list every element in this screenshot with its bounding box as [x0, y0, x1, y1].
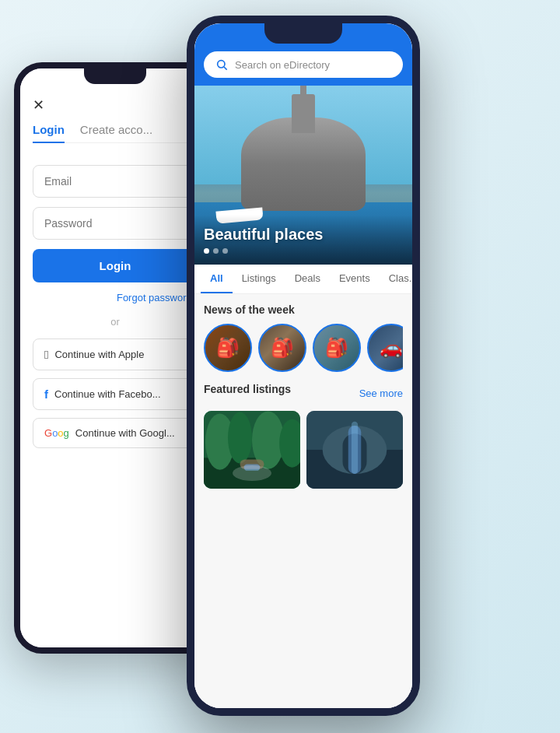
tab-create[interactable]: Create acco... [80, 123, 152, 136]
hero-dots [204, 248, 403, 254]
apple-icon:  [44, 348, 48, 361]
svg-line-1 [224, 67, 227, 70]
news-item-4-img: 🚗 [369, 325, 403, 370]
news-item-1-img: 🎒 [205, 325, 250, 370]
auth-tabs: Login Create acco... [33, 123, 198, 143]
close-icon[interactable]: ✕ [33, 96, 198, 114]
search-placeholder: Search on eDirectory [235, 59, 330, 71]
apple-login-button[interactable]:  Continue with Apple [33, 338, 198, 370]
svg-rect-15 [352, 422, 358, 474]
svg-rect-8 [240, 459, 264, 468]
password-field[interactable] [33, 207, 198, 240]
featured-section: Featured listings See more [204, 383, 403, 489]
google-icon: Goog [44, 427, 69, 439]
google-label: Continue with Googl... [75, 427, 175, 439]
news-item-2-img: 🎒 [260, 325, 305, 370]
facebook-icon: f [44, 388, 48, 401]
phone-directory: Search on eDirectory Beautiful places [187, 16, 420, 716]
listing-image-2 [306, 411, 403, 489]
news-item-2[interactable]: 🎒 [258, 324, 306, 372]
news-section: News of the week 🎒 🎒 🎒 🚗 [204, 303, 403, 372]
svg-rect-9 [244, 465, 261, 471]
tab-clas[interactable]: Clas... [380, 265, 412, 293]
or-divider: or [33, 316, 198, 328]
listing-image-1 [204, 411, 300, 489]
google-login-button[interactable]: Goog Continue with Googl... [33, 418, 198, 448]
apple-label: Continue with Apple [54, 349, 144, 360]
listings-grid [204, 411, 403, 489]
hero-overlay: Beautiful places [194, 215, 412, 265]
svg-point-0 [218, 61, 225, 68]
see-more-link[interactable]: See more [359, 388, 403, 399]
tab-events[interactable]: Events [330, 265, 380, 293]
svg-point-5 [228, 412, 252, 463]
hero-title: Beautiful places [204, 226, 403, 244]
directory-screen: Search on eDirectory Beautiful places [194, 23, 412, 708]
tab-all[interactable]: All [201, 265, 233, 293]
login-screen: ✕ Login Create acco... Login Forgot pass… [20, 68, 210, 647]
facebook-label: Continue with Facebo... [54, 388, 161, 400]
news-item-3[interactable]: 🎒 [313, 324, 361, 372]
tab-listings[interactable]: Listings [233, 265, 285, 293]
hero-dot-2[interactable] [213, 248, 219, 254]
facebook-login-button[interactable]: f Continue with Facebo... [33, 378, 198, 410]
tab-login[interactable]: Login [33, 123, 65, 143]
phone-notch-dir [264, 23, 342, 44]
listing-card-1[interactable] [204, 411, 300, 489]
news-item-4[interactable]: 🚗 [367, 324, 403, 372]
news-title: News of the week [204, 303, 403, 316]
featured-title: Featured listings [204, 383, 291, 395]
search-bar[interactable]: Search on eDirectory [204, 51, 403, 78]
news-item-3-img: 🎒 [314, 325, 359, 370]
hero-castle [292, 94, 315, 133]
phone-login: ✕ Login Create acco... Login Forgot pass… [14, 62, 216, 654]
news-item-1[interactable]: 🎒 [204, 324, 252, 372]
category-tabs: All Listings Deals Events Clas... [194, 265, 412, 294]
news-circles: 🎒 🎒 🎒 🚗 [204, 324, 403, 372]
listing-card-2[interactable] [306, 411, 403, 489]
login-button[interactable]: Login [33, 249, 198, 282]
featured-header: Featured listings See more [204, 383, 403, 403]
email-field[interactable] [33, 165, 198, 198]
main-content: News of the week 🎒 🎒 🎒 🚗 [194, 294, 412, 708]
forgot-password-link[interactable]: Forgot password? [33, 292, 198, 303]
hero-banner: Beautiful places [194, 86, 412, 265]
tab-deals[interactable]: Deals [285, 265, 330, 293]
phone-notch [84, 68, 146, 84]
hero-dot-1[interactable] [204, 248, 209, 254]
hero-dot-3[interactable] [222, 248, 228, 254]
search-icon [215, 58, 229, 72]
